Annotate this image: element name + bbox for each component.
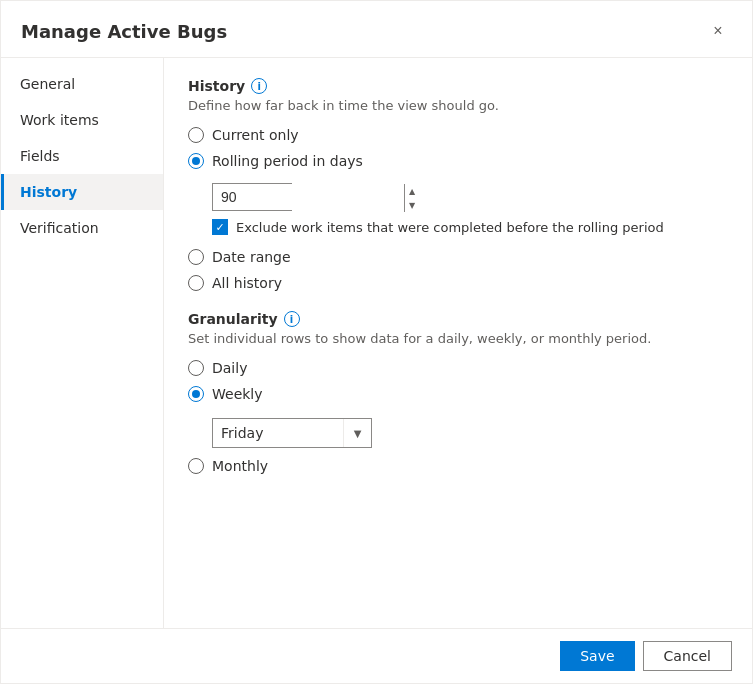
radio-current-only-label: Current only bbox=[212, 127, 299, 143]
granularity-description: Set individual rows to show data for a d… bbox=[188, 331, 728, 346]
radio-daily-label: Daily bbox=[212, 360, 247, 376]
spinner-up-arrow[interactable]: ▲ bbox=[405, 184, 419, 198]
dialog-footer: Save Cancel bbox=[1, 628, 752, 683]
select-dropdown-arrow: ▼ bbox=[343, 419, 371, 447]
radio-current-only[interactable]: Current only bbox=[188, 127, 728, 143]
dialog-header: Manage Active Bugs × bbox=[1, 1, 752, 58]
exclude-checkbox-row[interactable]: ✓ Exclude work items that were completed… bbox=[212, 219, 728, 235]
radio-weekly-label: Weekly bbox=[212, 386, 263, 402]
radio-daily[interactable]: Daily bbox=[188, 360, 728, 376]
radio-rolling-period-input[interactable] bbox=[188, 153, 204, 169]
radio-all-history[interactable]: All history bbox=[188, 275, 728, 291]
history-info-icon: i bbox=[251, 78, 267, 94]
save-button[interactable]: Save bbox=[560, 641, 634, 671]
radio-date-range-label: Date range bbox=[212, 249, 291, 265]
rolling-sub-section: ▲ ▼ ✓ Exclude work items that were compl… bbox=[212, 183, 728, 235]
radio-date-range[interactable]: Date range bbox=[188, 249, 728, 265]
history-description: Define how far back in time the view sho… bbox=[188, 98, 728, 113]
radio-monthly-label: Monthly bbox=[212, 458, 268, 474]
radio-rolling-period-label: Rolling period in days bbox=[212, 153, 363, 169]
granularity-radio-group: Daily Weekly Friday ▼ bbox=[188, 360, 728, 474]
granularity-info-icon: i bbox=[284, 311, 300, 327]
dialog-title: Manage Active Bugs bbox=[21, 21, 227, 42]
radio-current-only-input[interactable] bbox=[188, 127, 204, 143]
spinner-down-arrow[interactable]: ▼ bbox=[405, 198, 419, 212]
radio-monthly[interactable]: Monthly bbox=[188, 458, 728, 474]
sidebar-item-fields[interactable]: Fields bbox=[1, 138, 163, 174]
weekly-day-select[interactable]: Friday ▼ bbox=[212, 418, 372, 448]
checkbox-checkmark: ✓ bbox=[215, 221, 224, 234]
cancel-button[interactable]: Cancel bbox=[643, 641, 732, 671]
sidebar-item-history[interactable]: History bbox=[1, 174, 163, 210]
granularity-section-title: Granularity i bbox=[188, 311, 728, 327]
close-button[interactable]: × bbox=[704, 17, 732, 45]
exclude-label: Exclude work items that were completed b… bbox=[236, 220, 664, 235]
sidebar: General Work items Fields History Verifi… bbox=[1, 58, 164, 628]
dialog-body: General Work items Fields History Verifi… bbox=[1, 58, 752, 628]
sidebar-item-work-items[interactable]: Work items bbox=[1, 102, 163, 138]
sidebar-item-verification[interactable]: Verification bbox=[1, 210, 163, 246]
weekly-day-value: Friday bbox=[213, 425, 343, 441]
radio-all-history-label: All history bbox=[212, 275, 282, 291]
content-area: History i Define how far back in time th… bbox=[164, 58, 752, 628]
radio-monthly-input[interactable] bbox=[188, 458, 204, 474]
radio-rolling-period[interactable]: Rolling period in days bbox=[188, 153, 728, 169]
radio-all-history-input[interactable] bbox=[188, 275, 204, 291]
exclude-checkbox[interactable]: ✓ bbox=[212, 219, 228, 235]
granularity-section: Granularity i Set individual rows to sho… bbox=[188, 311, 728, 474]
radio-weekly-input[interactable] bbox=[188, 386, 204, 402]
sidebar-item-general[interactable]: General bbox=[1, 66, 163, 102]
history-section-title: History i bbox=[188, 78, 728, 94]
radio-daily-input[interactable] bbox=[188, 360, 204, 376]
spinner-arrows: ▲ ▼ bbox=[404, 184, 419, 212]
history-radio-group: Current only Rolling period in days ▲ ▼ bbox=[188, 127, 728, 291]
radio-weekly[interactable]: Weekly bbox=[188, 386, 728, 402]
rolling-days-spinner[interactable]: ▲ ▼ bbox=[212, 183, 292, 211]
rolling-days-input[interactable] bbox=[213, 184, 404, 210]
manage-active-bugs-dialog: Manage Active Bugs × General Work items … bbox=[0, 0, 753, 684]
weekly-day-container: Friday ▼ bbox=[212, 418, 728, 448]
radio-date-range-input[interactable] bbox=[188, 249, 204, 265]
